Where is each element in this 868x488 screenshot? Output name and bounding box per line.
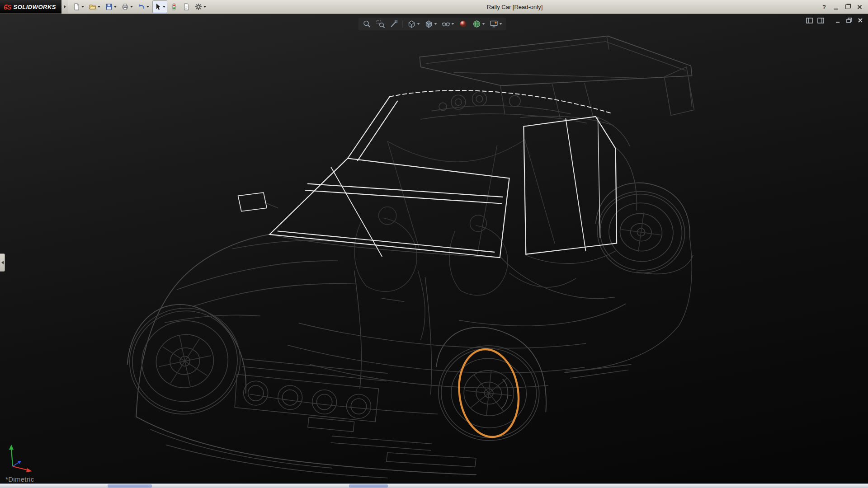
minimize-button[interactable] bbox=[832, 3, 840, 11]
apply-scene-button[interactable] bbox=[471, 19, 486, 29]
chevron-down-icon bbox=[482, 23, 485, 25]
zoom-fit-icon bbox=[363, 19, 372, 28]
brand-name: SOLIDWORKS bbox=[13, 4, 56, 10]
front-left-wheel bbox=[120, 298, 250, 424]
x-axis-arrowhead bbox=[26, 468, 32, 472]
close-icon bbox=[858, 18, 863, 23]
rebuild-button[interactable] bbox=[169, 0, 179, 13]
display-style-button[interactable] bbox=[423, 19, 439, 29]
chevron-down-icon bbox=[452, 23, 454, 25]
view-orientation-icon bbox=[407, 19, 416, 28]
hide-show-items-button[interactable] bbox=[440, 19, 456, 29]
view-orientation-button[interactable] bbox=[406, 19, 421, 29]
chevron-down-icon bbox=[81, 6, 84, 8]
view-settings-icon bbox=[490, 19, 499, 28]
titlebar: ϐS SOLIDWORKS bbox=[0, 0, 868, 14]
save-icon bbox=[105, 3, 113, 10]
chevron-down-icon bbox=[203, 6, 206, 8]
windows-taskbar[interactable] bbox=[0, 483, 868, 488]
minimize-icon bbox=[835, 18, 840, 23]
section-view-button[interactable] bbox=[388, 19, 400, 29]
zoom-area-icon bbox=[376, 19, 385, 28]
view-settings-button[interactable] bbox=[488, 19, 504, 29]
document-restore-button[interactable] bbox=[845, 17, 853, 24]
split-pane-icon bbox=[806, 18, 813, 23]
highlighted-glass-lines bbox=[238, 90, 617, 258]
y-axis bbox=[11, 448, 13, 466]
restore-button[interactable] bbox=[844, 3, 852, 11]
options-button[interactable] bbox=[193, 0, 208, 13]
toolbar-separator bbox=[403, 20, 403, 28]
edit-appearance-icon bbox=[459, 19, 468, 28]
open-folder-icon bbox=[89, 3, 96, 10]
document-close-button[interactable] bbox=[856, 17, 864, 24]
chevron-down-icon bbox=[500, 23, 502, 25]
print-button[interactable] bbox=[120, 0, 135, 13]
open-button[interactable] bbox=[87, 0, 102, 13]
toolbar-expander-button[interactable] bbox=[61, 0, 68, 14]
restore-icon bbox=[845, 5, 850, 9]
chevron-down-icon bbox=[146, 6, 149, 8]
x-axis bbox=[13, 466, 29, 470]
chevron-down-icon bbox=[98, 6, 100, 8]
front-right-wheel bbox=[434, 341, 544, 446]
options-icon bbox=[195, 3, 202, 10]
minimize-icon bbox=[834, 9, 838, 9]
chevron-down-icon bbox=[417, 23, 420, 25]
solidworks-window: ϐS SOLIDWORKS bbox=[0, 0, 868, 488]
close-icon bbox=[857, 5, 862, 9]
close-button[interactable] bbox=[855, 3, 863, 11]
rally-car-wireframe-model bbox=[0, 14, 868, 483]
chevron-down-icon bbox=[130, 6, 133, 8]
taskbar-app-button[interactable] bbox=[349, 484, 388, 488]
hide-show-items-icon bbox=[442, 19, 451, 28]
window-title: Rally Car [Read-only] bbox=[487, 0, 543, 14]
split-pane-icon bbox=[817, 18, 824, 23]
graphics-viewport[interactable]: *Dimetric bbox=[0, 14, 868, 483]
select-arrow-icon bbox=[154, 3, 161, 10]
save-button[interactable] bbox=[104, 0, 118, 13]
standard-toolbar bbox=[68, 0, 211, 14]
file-properties-button[interactable] bbox=[181, 0, 192, 13]
new-document-icon bbox=[73, 3, 80, 10]
solidworks-logo: ϐS SOLIDWORKS bbox=[0, 0, 61, 14]
section-view-icon bbox=[390, 19, 399, 28]
reference-triad bbox=[5, 443, 42, 473]
chevron-left-icon bbox=[1, 261, 4, 264]
file-properties-icon bbox=[183, 3, 190, 10]
zoom-to-fit-button[interactable] bbox=[361, 19, 373, 29]
rear-right-wheel bbox=[592, 186, 690, 279]
chevron-down-icon bbox=[434, 23, 437, 25]
z-axis bbox=[13, 462, 19, 466]
document-window-controls bbox=[805, 17, 864, 24]
split-pane-button-1[interactable] bbox=[805, 17, 813, 24]
y-axis-arrowhead bbox=[9, 445, 14, 450]
window-controls: ? bbox=[816, 0, 868, 14]
select-button[interactable] bbox=[152, 0, 167, 13]
car-body-lines bbox=[127, 36, 694, 478]
heads-up-view-toolbar bbox=[359, 18, 506, 30]
undo-icon bbox=[138, 3, 145, 10]
view-orientation-label: *Dimetric bbox=[5, 475, 34, 483]
new-document-button[interactable] bbox=[71, 0, 86, 13]
document-minimize-button[interactable] bbox=[834, 17, 842, 24]
help-button[interactable]: ? bbox=[820, 3, 828, 11]
restore-icon bbox=[846, 18, 852, 23]
taskbar-app-button[interactable] bbox=[108, 484, 152, 488]
feature-manager-collapse-tab[interactable] bbox=[0, 253, 5, 272]
undo-button[interactable] bbox=[136, 0, 151, 13]
display-style-icon bbox=[425, 19, 434, 28]
apply-scene-icon bbox=[472, 19, 481, 28]
chevron-down-icon bbox=[114, 6, 117, 8]
zoom-to-area-button[interactable] bbox=[375, 19, 387, 29]
edit-appearance-button[interactable] bbox=[458, 19, 469, 29]
print-icon bbox=[122, 3, 129, 10]
split-pane-button-2[interactable] bbox=[816, 17, 825, 24]
rebuild-icon bbox=[170, 3, 178, 10]
chevron-right-icon bbox=[64, 5, 66, 9]
dassault-logo-icon: ϐS bbox=[4, 3, 11, 11]
chevron-down-icon bbox=[163, 6, 165, 8]
